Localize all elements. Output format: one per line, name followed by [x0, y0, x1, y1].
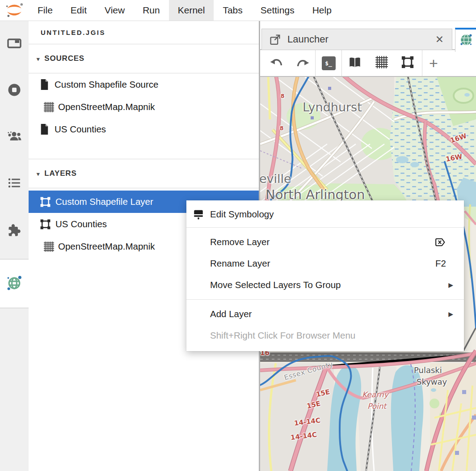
jupyterlab-window: File Edit View Run Kernel Tabs Settings …: [0, 0, 476, 471]
undo-icon: [270, 57, 282, 69]
file-icon: [38, 79, 50, 90]
menu-view[interactable]: View: [96, 0, 134, 21]
sources-section-header[interactable]: ▾ SOURCES: [29, 44, 259, 73]
launcher-icon: [269, 34, 281, 46]
book-icon: [348, 55, 362, 71]
redo-icon: [297, 58, 310, 68]
close-icon[interactable]: ✕: [435, 34, 444, 46]
source-item-us-counties[interactable]: US Counties: [29, 118, 259, 140]
panel-title: UNTITLED.JGIS: [29, 21, 259, 44]
submenu-arrow-icon: ▶: [448, 281, 453, 289]
menu-item-browser-menu-hint: Shift+Right Click For Browser Menu: [186, 325, 464, 346]
documentation-button[interactable]: [346, 54, 364, 72]
map-label-kearny: Kearny: [362, 390, 388, 399]
jupytergis-globe-icon: [5, 274, 23, 293]
toolbar-divider: [422, 50, 422, 76]
sidebar-item-toc[interactable]: [0, 161, 29, 207]
remove-layer-icon: [434, 237, 446, 248]
map-label-belleville: eville: [260, 172, 291, 186]
tab-jgis-map[interactable]: [455, 28, 476, 52]
map-label-north-arlington: North Arlington: [265, 187, 365, 202]
map-label-route-8: 8: [281, 93, 284, 99]
menu-separator: [186, 299, 464, 300]
top-menubar: File Edit View Run Kernel Tabs Settings …: [0, 0, 476, 21]
basemap-grid-button[interactable]: [373, 54, 391, 72]
map-toolbar: $_ +: [260, 50, 476, 77]
toolbar-divider: [341, 50, 342, 76]
polygon-icon: [401, 55, 414, 71]
map-label-lyndhurst: Lyndhurst: [303, 100, 362, 114]
terminal-button[interactable]: $_: [320, 54, 337, 72]
sidebar-item-jupytergis[interactable]: [0, 259, 29, 308]
menu-item-remove-layer[interactable]: Remove Layer: [186, 231, 464, 253]
left-sidebar-strip: [0, 21, 29, 259]
jupyter-logo-icon: [0, 0, 29, 21]
sidebar-item-extensions[interactable]: [0, 207, 29, 254]
sidebar-item-filebrowser[interactable]: [0, 21, 29, 68]
map-label-point: Point: [367, 402, 386, 411]
sidebar-item-collaboration[interactable]: [0, 114, 29, 161]
left-sidebar-strip-lower: [0, 308, 29, 471]
menu-tabs[interactable]: Tabs: [214, 0, 251, 21]
menu-settings[interactable]: Settings: [252, 0, 303, 21]
menu-item-move-layers-to-group[interactable]: Move Selected Layers To Group ▶: [186, 274, 464, 296]
source-item-openstreetmap[interactable]: OpenStreetMap.Mapnik: [29, 96, 259, 118]
caret-down-icon: ▾: [37, 170, 40, 177]
jupytergis-globe-icon: [459, 33, 473, 49]
logo-bottom-crescent: [7, 12, 21, 15]
menu-item-edit-symbology[interactable]: Edit Symbology: [186, 202, 464, 226]
undo-button[interactable]: [267, 54, 285, 72]
submenu-arrow-icon: ▶: [448, 310, 453, 318]
source-item-custom-shapefile[interactable]: Custom Shapefile Source: [29, 73, 259, 96]
tab-launcher[interactable]: Launcher ✕: [261, 29, 452, 50]
map-label-pulaski: Pulaski: [414, 365, 442, 375]
layer-context-menu: Edit Symbology Remove Layer Rename Layer…: [186, 200, 464, 351]
menu-run[interactable]: Run: [134, 0, 169, 21]
vector-polygon-button[interactable]: [399, 54, 417, 72]
list-icon: [7, 175, 22, 192]
brush-icon: [193, 208, 204, 220]
menu-kernel[interactable]: Kernel: [169, 0, 214, 21]
shortcut-label: F2: [435, 258, 446, 269]
map-label-skyway: Skyway: [417, 377, 447, 386]
grid-icon: [375, 55, 388, 71]
terminal-icon: $_: [322, 56, 336, 70]
menu-edit[interactable]: Edit: [62, 0, 96, 21]
grid-icon: [43, 241, 55, 252]
menu-help[interactable]: Help: [303, 0, 341, 21]
menu-item-add-layer[interactable]: Add Layer ▶: [186, 303, 464, 325]
menu-separator: [186, 227, 464, 228]
stop-circle-icon: [7, 82, 22, 99]
toolbar-divider: [315, 50, 316, 76]
file-icon: [38, 123, 50, 135]
redo-button[interactable]: [295, 54, 312, 72]
map-label-route-8: 8: [280, 125, 283, 132]
menu-item-rename-layer[interactable]: Rename Layer F2: [186, 253, 464, 274]
add-button[interactable]: +: [425, 54, 442, 72]
tab-launcher-label: Launcher: [287, 34, 329, 45]
grid-icon: [43, 102, 55, 113]
sidebar-item-running[interactable]: [0, 68, 29, 114]
polygon-icon: [39, 219, 51, 230]
puzzle-icon: [7, 222, 22, 239]
polygon-icon: [39, 196, 51, 208]
menu-file[interactable]: File: [29, 0, 62, 21]
logo-top-crescent: [7, 5, 21, 8]
plus-icon: +: [429, 55, 438, 72]
folder-icon: [7, 36, 22, 53]
layers-section-header[interactable]: ▾ LAYERS: [29, 159, 259, 188]
users-icon: [7, 129, 22, 146]
caret-down-icon: ▾: [37, 55, 40, 62]
